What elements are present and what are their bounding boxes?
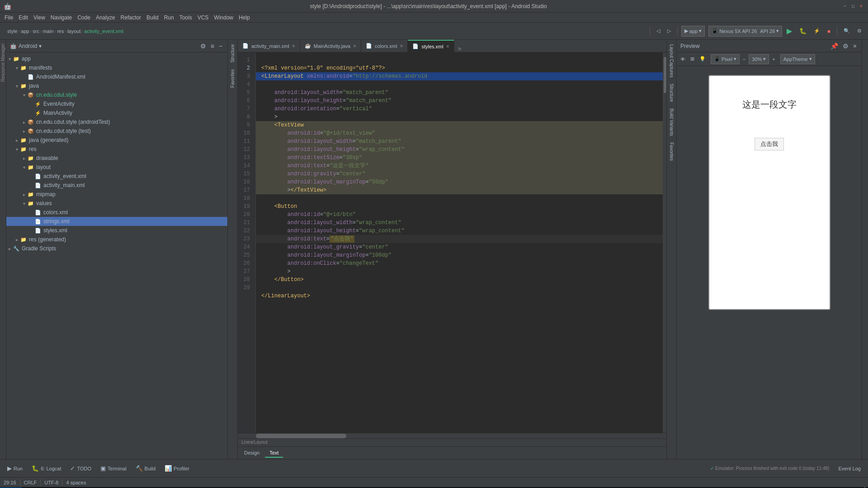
tree-item-app[interactable]: ▾ 📁 app xyxy=(6,54,227,63)
preview-hint-btn[interactable]: 💡 xyxy=(698,55,708,63)
preview-close-btn[interactable]: × xyxy=(852,42,858,50)
tab-close-colors[interactable]: × xyxy=(400,43,403,49)
tree-item-values[interactable]: ▾ 📁 values xyxy=(6,199,227,208)
menu-view[interactable]: View xyxy=(31,14,48,22)
tree-item-manifest-xml[interactable]: 📄 AndroidManifest.xml xyxy=(6,72,227,81)
menu-analyze[interactable]: Analyze xyxy=(93,14,118,22)
gear-btn[interactable]: ≡ xyxy=(209,42,216,50)
build-btn[interactable]: 🔨 Build xyxy=(132,462,159,475)
tree-item-activity-main[interactable]: 📄 activity_main.xml xyxy=(6,181,227,190)
preview-button[interactable]: 点击我 xyxy=(755,138,784,150)
menu-navigate[interactable]: Navigate xyxy=(48,14,75,22)
resize-handle[interactable]: ⌟ xyxy=(863,483,868,488)
breadcrumb-res[interactable]: res xyxy=(57,28,64,34)
preview-zoom-out-btn[interactable]: − xyxy=(741,56,747,63)
tree-item-colors[interactable]: 📄 colors.xml xyxy=(6,208,227,217)
breadcrumb-layout[interactable]: layout xyxy=(67,28,80,34)
tab-mainactivity[interactable]: ☕ MainActivity.java × xyxy=(300,40,361,52)
preview-zoom-in-btn[interactable]: + xyxy=(770,56,777,63)
menu-window[interactable]: Window xyxy=(211,14,236,22)
tree-item-java-gen[interactable]: ▸ 📁 java (generated) xyxy=(6,136,227,145)
tree-item-res-gen[interactable]: ▸ 📁 res (generated) xyxy=(6,235,227,244)
more-tabs-btn[interactable]: » xyxy=(456,45,463,52)
run-button[interactable]: ▶ xyxy=(784,25,795,37)
minimize-button[interactable]: − xyxy=(842,3,848,9)
menu-refactor[interactable]: Refactor xyxy=(118,14,144,22)
structure-right-btn[interactable]: Structure xyxy=(668,81,675,105)
close-button[interactable]: × xyxy=(858,3,864,9)
breadcrumb-style[interactable]: style xyxy=(7,28,18,34)
menu-file[interactable]: File xyxy=(2,14,16,22)
terminal-btn[interactable]: ▣ Terminal xyxy=(97,462,130,475)
debug-button[interactable]: 🐛 xyxy=(797,26,809,36)
tree-item-strings[interactable]: 📄 strings.xml xyxy=(6,217,227,226)
todo-btn[interactable]: ✓ TODO xyxy=(66,462,95,475)
run-bottom-btn[interactable]: ▶ Run xyxy=(4,462,26,475)
preview-settings-btn[interactable]: ⚙ xyxy=(841,42,850,50)
attach-button[interactable]: ⚡ xyxy=(811,27,823,35)
tree-item-main-activity[interactable]: ⚡ MainActivity xyxy=(6,108,227,117)
back-btn[interactable]: ◁ xyxy=(654,27,663,35)
menu-run[interactable]: Run xyxy=(161,14,177,22)
event-log-btn[interactable]: Event Log xyxy=(835,462,864,475)
structure-btn[interactable]: Structure xyxy=(229,42,236,66)
tree-item-activity-event[interactable]: 📄 activity_event.xml xyxy=(6,172,227,181)
device-dropdown[interactable]: 📱 Nexus 5X API 26 API 26 ▾ xyxy=(708,26,782,37)
build-variants-btn[interactable]: Build Variants xyxy=(668,106,675,139)
settings-btn[interactable]: ⚙ xyxy=(854,27,864,35)
run-config-dropdown[interactable]: ▶ app ▾ xyxy=(681,26,705,37)
restore-button[interactable]: □ xyxy=(850,3,856,9)
zoom-dropdown[interactable]: 30% ▾ xyxy=(749,54,769,64)
stop-button[interactable]: ■ xyxy=(825,27,833,35)
tree-item-gradle[interactable]: ▸ 🔧 Gradle Scripts xyxy=(6,244,227,253)
tab-colors[interactable]: 📄 colors.xml × xyxy=(361,40,408,52)
tree-item-drawable[interactable]: ▸ 📁 drawable xyxy=(6,154,227,163)
tree-item-styles[interactable]: 📄 styles.xml xyxy=(6,226,227,235)
text-tab[interactable]: Text xyxy=(265,449,283,458)
search-everywhere-btn[interactable]: 🔍 xyxy=(841,27,853,35)
tab-close-activity-main[interactable]: × xyxy=(292,43,295,49)
tree-item-package[interactable]: ▾ 📦 cn.edu.cdut.style xyxy=(6,90,227,99)
editor-horizontal-scrollbar[interactable] xyxy=(238,433,666,438)
menu-help[interactable]: Help xyxy=(236,14,253,22)
tree-item-java[interactable]: ▾ 📁 java xyxy=(6,81,227,90)
tab-close-styles[interactable]: × xyxy=(446,43,449,50)
preview-grid-btn[interactable]: ⊞ xyxy=(689,55,696,63)
tab-styles[interactable]: 📄 styles.xml × xyxy=(408,40,454,52)
breadcrumb-main[interactable]: main xyxy=(43,28,54,34)
tree-item-androidtest[interactable]: ▸ 📦 cn.edu.cdut.style (androidTest) xyxy=(6,117,227,127)
menu-vcs[interactable]: VCS xyxy=(195,14,212,22)
menu-code[interactable]: Code xyxy=(75,14,93,22)
tab-activity-main[interactable]: 📄 activity_main.xml × xyxy=(238,40,300,52)
breadcrumb-app[interactable]: app xyxy=(21,28,29,34)
preview-toggle-btn[interactable]: 👁 xyxy=(679,56,687,63)
favorites-btn[interactable]: Favorites xyxy=(229,66,236,90)
tree-item-test[interactable]: ▸ 📦 cn.edu.cdut.style (test) xyxy=(6,127,227,136)
theme-dropdown[interactable]: AppTheme ▾ xyxy=(780,54,815,64)
logcat-btn[interactable]: 🐛 6: Logcat xyxy=(28,462,65,475)
resource-manager-label[interactable]: Resource Manager xyxy=(0,40,5,85)
breadcrumb-src[interactable]: src xyxy=(33,28,39,34)
menu-tools[interactable]: Tools xyxy=(177,14,195,22)
menu-edit[interactable]: Edit xyxy=(16,14,31,22)
collapse-btn[interactable]: − xyxy=(217,42,224,50)
tree-item-layout[interactable]: ▾ 📁 layout xyxy=(6,163,227,172)
tree-item-res[interactable]: ▾ 📁 res xyxy=(6,145,227,154)
favorites-right-btn[interactable]: Favorites xyxy=(668,140,675,164)
layout-captures-btn[interactable]: Layout Captures xyxy=(668,42,675,80)
tree-item-manifests[interactable]: ▾ 📁 manifests xyxy=(6,63,227,72)
code-content[interactable]: <?xml version="1.0" encoding="utf-8"?> <… xyxy=(256,52,663,433)
scroll-thumb[interactable] xyxy=(664,57,666,93)
profiler-btn[interactable]: 📊 Profiler xyxy=(161,462,193,475)
tree-item-mipmap[interactable]: ▸ 📁 mipmap xyxy=(6,190,227,199)
design-tab[interactable]: Design xyxy=(240,449,264,458)
tree-item-event-activity[interactable]: ⚡ EventActivity xyxy=(6,99,227,108)
vertical-scrollbar[interactable] xyxy=(663,52,666,433)
preview-pin-btn[interactable]: 📌 xyxy=(829,42,840,50)
breadcrumb-file[interactable]: activity_event.xml xyxy=(84,28,123,34)
tab-close-mainactivity[interactable]: × xyxy=(353,43,356,49)
forward-btn[interactable]: ▷ xyxy=(665,27,674,35)
device-size-dropdown[interactable]: 📱 Pixel ▾ xyxy=(711,54,740,64)
sync-btn[interactable]: ⚙ xyxy=(199,42,208,50)
menu-build[interactable]: Build xyxy=(144,14,161,22)
